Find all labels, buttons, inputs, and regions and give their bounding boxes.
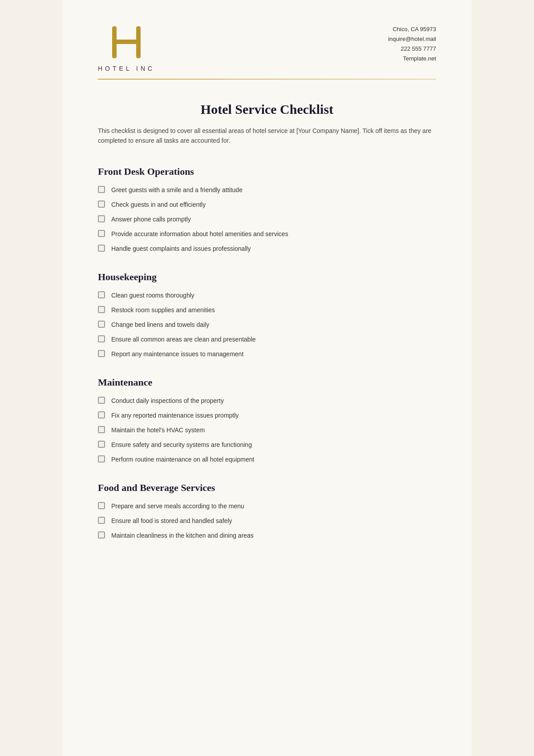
list-item: Handle guest complaints and issues profe… — [98, 244, 436, 253]
header: HOTEL INC Chico, CA 95973 inquire@hotel.… — [98, 22, 436, 72]
sections-container: Front Desk OperationsGreet guests with a… — [98, 166, 436, 540]
checkbox-icon[interactable] — [98, 230, 105, 237]
list-item: Check guests in and out efficiently — [98, 200, 436, 209]
list-item: Fix any reported maintenance issues prom… — [98, 411, 436, 420]
list-item: Restock room supplies and amenities — [98, 306, 436, 315]
checklist-item-text: Clean guest rooms thoroughly — [111, 291, 194, 300]
section-title-0: Front Desk Operations — [98, 166, 436, 177]
list-item: Ensure safety and security systems are f… — [98, 440, 436, 450]
checkbox-icon[interactable] — [98, 455, 105, 462]
checkbox-icon[interactable] — [98, 426, 105, 433]
checklist-item-text: Provide accurate information about hotel… — [111, 229, 288, 239]
list-item: Clean guest rooms thoroughly — [98, 291, 436, 300]
list-item: Greet guests with a smile and a friendly… — [98, 185, 436, 195]
section-title-1: Housekeeping — [98, 271, 436, 283]
checklist-item-text: Restock room supplies and amenities — [111, 306, 215, 315]
list-item: Prepare and serve meals according to the… — [98, 502, 436, 511]
checklist-item-text: Change bed linens and towels daily — [111, 320, 209, 330]
list-item: Ensure all food is stored and handled sa… — [98, 516, 436, 526]
logo-section: HOTEL INC — [98, 22, 155, 72]
checkbox-icon[interactable] — [98, 397, 105, 404]
contact-email: inquire@hotel.mail — [388, 34, 436, 44]
main-title: Hotel Service Checklist — [98, 102, 436, 117]
checklist-item-text: Check guests in and out efficiently — [111, 200, 206, 209]
hotel-logo-svg — [109, 24, 144, 60]
checklist-0: Greet guests with a smile and a friendly… — [98, 185, 436, 253]
list-item: Maintain the hotel's HVAC system — [98, 426, 436, 435]
checkbox-icon[interactable] — [98, 502, 105, 509]
checklist-item-text: Maintain cleanliness in the kitchen and … — [111, 531, 254, 540]
checklist-2: Conduct daily inspections of the propert… — [98, 396, 436, 464]
checkbox-icon[interactable] — [98, 517, 105, 524]
section-title-2: Maintenance — [98, 377, 436, 388]
contact-info: Chico, CA 95973 inquire@hotel.mail 222 5… — [388, 24, 436, 64]
list-item: Report any maintenance issues to managem… — [98, 350, 436, 359]
logo-icon — [109, 22, 144, 62]
checklist-3: Prepare and serve meals according to the… — [98, 502, 436, 540]
list-item: Answer phone calls promptly — [98, 215, 436, 224]
checklist-item-text: Prepare and serve meals according to the… — [111, 502, 244, 511]
checkbox-icon[interactable] — [98, 186, 105, 193]
checkbox-icon[interactable] — [98, 335, 105, 342]
list-item: Perform routine maintenance on all hotel… — [98, 455, 436, 464]
list-item: Provide accurate information about hotel… — [98, 229, 436, 239]
checkbox-icon[interactable] — [98, 531, 105, 539]
section-2: MaintenanceConduct daily inspections of … — [98, 377, 436, 464]
checkbox-icon[interactable] — [98, 215, 105, 222]
checklist-item-text: Fix any reported maintenance issues prom… — [111, 411, 239, 420]
contact-address: Chico, CA 95973 — [388, 24, 436, 34]
section-0: Front Desk OperationsGreet guests with a… — [98, 166, 436, 253]
checkbox-icon[interactable] — [98, 441, 105, 448]
checkbox-icon[interactable] — [98, 321, 105, 328]
checklist-item-text: Ensure safety and security systems are f… — [111, 440, 252, 450]
checkbox-icon[interactable] — [98, 245, 105, 252]
page: HOTEL INC Chico, CA 95973 inquire@hotel.… — [62, 0, 472, 756]
checklist-item-text: Ensure all food is stored and handled sa… — [111, 516, 232, 526]
checklist-item-text: Greet guests with a smile and a friendly… — [111, 185, 243, 195]
list-item: Ensure all common areas are clean and pr… — [98, 335, 436, 344]
checklist-item-text: Answer phone calls promptly — [111, 215, 191, 224]
intro-text: This checklist is designed to cover all … — [98, 126, 436, 146]
section-3: Food and Beverage ServicesPrepare and se… — [98, 482, 436, 540]
svg-rect-2 — [112, 40, 141, 44]
contact-phone: 222 555 7777 — [388, 44, 436, 54]
section-title-3: Food and Beverage Services — [98, 482, 436, 494]
hotel-name-text: HOTEL INC — [98, 65, 155, 72]
checklist-item-text: Ensure all common areas are clean and pr… — [111, 335, 256, 344]
checkbox-icon[interactable] — [98, 291, 105, 298]
checkbox-icon[interactable] — [98, 411, 105, 418]
contact-website: Template.net — [388, 54, 436, 64]
section-1: HousekeepingClean guest rooms thoroughly… — [98, 271, 436, 359]
checklist-item-text: Conduct daily inspections of the propert… — [111, 396, 224, 406]
checkbox-icon[interactable] — [98, 350, 105, 357]
list-item: Change bed linens and towels daily — [98, 320, 436, 330]
list-item: Maintain cleanliness in the kitchen and … — [98, 531, 436, 540]
checklist-item-text: Maintain the hotel's HVAC system — [111, 426, 205, 435]
checkbox-icon[interactable] — [98, 306, 105, 313]
checklist-1: Clean guest rooms thoroughlyRestock room… — [98, 291, 436, 359]
header-divider — [98, 79, 436, 80]
checklist-item-text: Report any maintenance issues to managem… — [111, 350, 243, 359]
checklist-item-text: Handle guest complaints and issues profe… — [111, 244, 251, 253]
list-item: Conduct daily inspections of the propert… — [98, 396, 436, 406]
checklist-item-text: Perform routine maintenance on all hotel… — [111, 455, 254, 464]
checkbox-icon[interactable] — [98, 201, 105, 208]
